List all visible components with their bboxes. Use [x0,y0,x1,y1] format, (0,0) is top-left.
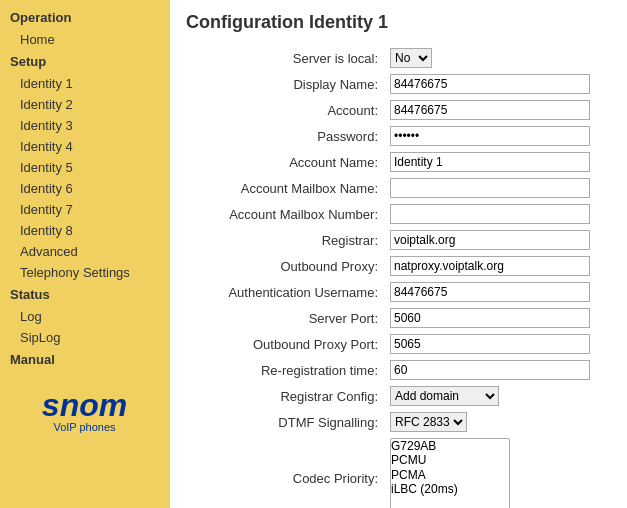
field-input-2 [386,97,611,123]
field-input-8 [386,253,611,279]
listbox-codec[interactable]: G729ABPCMUPCMAiLBC (20ms) [390,438,510,508]
config-row-1: Display Name: [186,71,611,97]
sidebar-section-setup: Setup [0,50,169,73]
input-re-registration-time-[interactable] [390,360,590,380]
field-input-3 [386,123,611,149]
field-label-1: Display Name: [186,71,386,97]
field-input-9 [386,279,611,305]
field-label-7: Registrar: [186,227,386,253]
sidebar-item-identity-5[interactable]: Identity 5 [0,157,169,178]
config-row-5: Account Mailbox Name: [186,175,611,201]
config-row-11: Outbound Proxy Port: [186,331,611,357]
input-outbound-proxy-[interactable] [390,256,590,276]
input-account-mailbox-name-[interactable] [390,178,590,198]
input-authentication-username-[interactable] [390,282,590,302]
page-title: Configuration Identity 1 [186,12,611,33]
field-label-0: Server is local: [186,45,386,71]
sidebar: OperationHomeSetupIdentity 1Identity 2Id… [0,0,170,508]
field-input-15: G729ABPCMUPCMAiLBC (20ms) [386,435,611,508]
sidebar-item-identity-3[interactable]: Identity 3 [0,115,169,136]
field-input-11 [386,331,611,357]
field-input-1 [386,71,611,97]
field-label-15: Codec Priority: [186,435,386,508]
field-input-0: NoYes [386,45,611,71]
field-input-5 [386,175,611,201]
config-row-10: Server Port: [186,305,611,331]
sidebar-item-telephony-settings[interactable]: Telephony Settings [0,262,169,283]
snom-logo-text: snom [8,389,161,421]
voip-tagline: VoIP phones [8,421,161,433]
config-table: Server is local:NoYesDisplay Name:Accoun… [186,45,611,508]
input-account-mailbox-number-[interactable] [390,204,590,224]
field-input-6 [386,201,611,227]
config-row-4: Account Name: [186,149,611,175]
field-label-13: Registrar Config: [186,383,386,409]
field-input-13: Add domainReplace domainDon't change [386,383,611,409]
sidebar-logo: snomVoIP phones [0,381,169,441]
field-input-14: RFC 2833inbandinfo [386,409,611,435]
sidebar-item-log[interactable]: Log [0,306,169,327]
sidebar-item-identity-4[interactable]: Identity 4 [0,136,169,157]
field-input-12 [386,357,611,383]
select-server-is-local-[interactable]: NoYes [390,48,432,68]
config-row-3: Password: [186,123,611,149]
sidebar-item-identity-8[interactable]: Identity 8 [0,220,169,241]
config-row-13: Registrar Config:Add domainReplace domai… [186,383,611,409]
config-row-0: Server is local:NoYes [186,45,611,71]
field-input-10 [386,305,611,331]
field-label-6: Account Mailbox Number: [186,201,386,227]
input-display-name-[interactable] [390,74,590,94]
main-content: Configuration Identity 1 Server is local… [170,0,627,508]
field-label-2: Account: [186,97,386,123]
config-row-8: Outbound Proxy: [186,253,611,279]
input-registrar-[interactable] [390,230,590,250]
field-label-10: Server Port: [186,305,386,331]
sidebar-item-advanced[interactable]: Advanced [0,241,169,262]
field-label-14: DTMF Signalling: [186,409,386,435]
sidebar-item-siplog[interactable]: SipLog [0,327,169,348]
input-account-name-[interactable] [390,152,590,172]
input-account-[interactable] [390,100,590,120]
select-registrar-config-[interactable]: Add domainReplace domainDon't change [390,386,499,406]
input-outbound-proxy-port-[interactable] [390,334,590,354]
field-label-8: Outbound Proxy: [186,253,386,279]
field-label-5: Account Mailbox Name: [186,175,386,201]
field-label-4: Account Name: [186,149,386,175]
config-row-6: Account Mailbox Number: [186,201,611,227]
config-row-7: Registrar: [186,227,611,253]
input-server-port-[interactable] [390,308,590,328]
input-password[interactable] [390,126,590,146]
sidebar-section-status: Status [0,283,169,306]
field-input-7 [386,227,611,253]
field-label-11: Outbound Proxy Port: [186,331,386,357]
config-row-2: Account: [186,97,611,123]
sidebar-item-identity-2[interactable]: Identity 2 [0,94,169,115]
sidebar-section-operation: Operation [0,6,169,29]
config-row-15: Codec Priority:G729ABPCMUPCMAiLBC (20ms) [186,435,611,508]
sidebar-item-identity-7[interactable]: Identity 7 [0,199,169,220]
config-row-14: DTMF Signalling:RFC 2833inbandinfo [186,409,611,435]
sidebar-item-identity-1[interactable]: Identity 1 [0,73,169,94]
config-row-12: Re-registration time: [186,357,611,383]
sidebar-section-manual: Manual [0,348,169,371]
field-label-9: Authentication Username: [186,279,386,305]
select-dtmf-signalling-[interactable]: RFC 2833inbandinfo [390,412,467,432]
config-row-9: Authentication Username: [186,279,611,305]
field-label-3: Password: [186,123,386,149]
sidebar-item-identity-6[interactable]: Identity 6 [0,178,169,199]
field-label-12: Re-registration time: [186,357,386,383]
sidebar-item-home[interactable]: Home [0,29,169,50]
field-input-4 [386,149,611,175]
